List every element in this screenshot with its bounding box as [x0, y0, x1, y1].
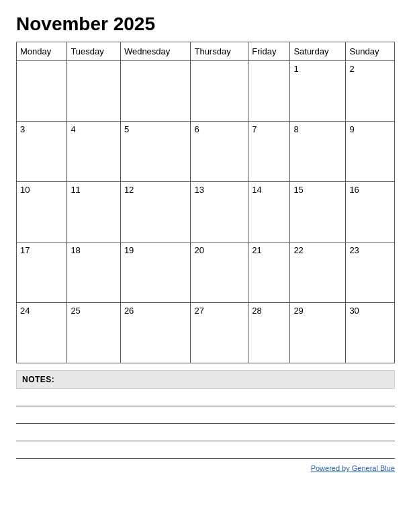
day-number: 1 [293, 64, 298, 74]
day-number: 15 [293, 185, 303, 195]
calendar-week-row: 3456789 [17, 122, 395, 182]
day-number: 18 [71, 245, 80, 255]
calendar-week-row: 10111213141516 [17, 182, 395, 242]
calendar-day-cell: 12 [120, 182, 191, 242]
calendar-day-cell: 29 [290, 303, 346, 363]
notes-line-3 [16, 424, 395, 441]
calendar-day-cell: 5 [120, 122, 191, 182]
day-number: 8 [293, 124, 298, 134]
calendar-day-cell: 11 [67, 182, 121, 242]
day-number: 30 [349, 306, 359, 316]
day-number: 13 [194, 185, 203, 195]
day-number: 20 [194, 245, 203, 255]
calendar-header-tuesday: Tuesday [67, 42, 121, 61]
calendar-header-row: MondayTuesdayWednesdayThursdayFridaySatu… [17, 42, 395, 61]
calendar-day-cell: 3 [17, 122, 67, 182]
page-title: November 2025 [16, 13, 395, 35]
calendar-day-cell: 2 [346, 61, 395, 122]
calendar-day-cell: 6 [191, 122, 248, 182]
day-number: 5 [124, 124, 129, 134]
notes-line-4 [16, 441, 395, 459]
notes-label: NOTES: [16, 370, 395, 389]
calendar-header-saturday: Saturday [290, 42, 346, 61]
day-number: 17 [20, 245, 30, 255]
calendar-header-thursday: Thursday [191, 42, 248, 61]
calendar-day-cell: 7 [248, 122, 290, 182]
calendar-day-cell: 1 [290, 61, 346, 122]
calendar-week-row: 24252627282930 [17, 303, 395, 363]
calendar-day-cell: 22 [290, 242, 346, 303]
day-number: 29 [293, 306, 303, 316]
calendar-day-cell [191, 61, 248, 122]
day-number: 23 [349, 245, 359, 255]
calendar-week-row: 17181920212223 [17, 242, 395, 303]
calendar-day-cell [17, 61, 67, 122]
day-number: 25 [71, 306, 80, 316]
day-number: 27 [194, 306, 203, 316]
day-number: 22 [293, 245, 303, 255]
day-number: 24 [20, 306, 30, 316]
day-number: 2 [349, 64, 354, 74]
day-number: 14 [252, 185, 261, 195]
calendar-week-row: 12 [17, 61, 395, 122]
calendar-day-cell: 17 [17, 242, 67, 303]
calendar-day-cell: 21 [248, 242, 290, 303]
day-number: 6 [194, 124, 199, 134]
calendar-day-cell: 15 [290, 182, 346, 242]
calendar-header-sunday: Sunday [346, 42, 395, 61]
day-number: 7 [252, 124, 257, 134]
calendar-day-cell: 20 [191, 242, 248, 303]
calendar-day-cell: 19 [120, 242, 191, 303]
calendar-day-cell: 8 [290, 122, 346, 182]
calendar-day-cell [120, 61, 191, 122]
notes-section: NOTES: [16, 370, 395, 459]
day-number: 9 [349, 124, 354, 134]
day-number: 4 [71, 124, 75, 134]
powered-by: Powered by General Blue [16, 464, 395, 472]
calendar-day-cell: 24 [17, 303, 67, 363]
calendar-day-cell: 26 [120, 303, 191, 363]
notes-line-2 [16, 406, 395, 424]
notes-line-1 [16, 389, 395, 406]
calendar-day-cell: 13 [191, 182, 248, 242]
calendar-day-cell: 4 [67, 122, 121, 182]
day-number: 21 [252, 245, 261, 255]
calendar-header-friday: Friday [248, 42, 290, 61]
calendar-day-cell: 9 [346, 122, 395, 182]
day-number: 16 [349, 185, 359, 195]
calendar-day-cell: 27 [191, 303, 248, 363]
calendar-day-cell: 10 [17, 182, 67, 242]
calendar-day-cell: 16 [346, 182, 395, 242]
day-number: 11 [71, 185, 80, 195]
calendar-day-cell: 18 [67, 242, 121, 303]
powered-by-link[interactable]: Powered by General Blue [311, 464, 395, 472]
calendar-header-wednesday: Wednesday [120, 42, 191, 61]
day-number: 19 [124, 245, 134, 255]
calendar-day-cell [67, 61, 121, 122]
calendar-day-cell [248, 61, 290, 122]
calendar-table: MondayTuesdayWednesdayThursdayFridaySatu… [16, 42, 395, 363]
day-number: 3 [20, 124, 25, 134]
calendar-day-cell: 14 [248, 182, 290, 242]
calendar-day-cell: 23 [346, 242, 395, 303]
calendar-day-cell: 30 [346, 303, 395, 363]
day-number: 26 [124, 306, 134, 316]
calendar-day-cell: 28 [248, 303, 290, 363]
day-number: 10 [20, 185, 30, 195]
calendar-day-cell: 25 [67, 303, 121, 363]
day-number: 12 [124, 185, 134, 195]
day-number: 28 [252, 306, 261, 316]
calendar-header-monday: Monday [17, 42, 67, 61]
